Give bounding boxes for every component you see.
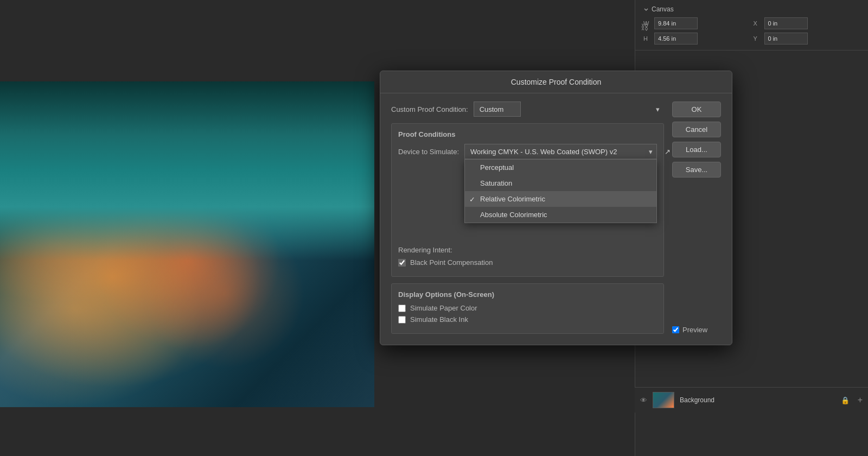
proof-conditions-label: Proof Conditions xyxy=(398,130,657,138)
proof-conditions-section: Proof Conditions Device to Simulate: Wor… xyxy=(391,123,664,277)
simulate-paper-row: Simulate Paper Color xyxy=(398,304,657,312)
absolute-colorimetric-label: Absolute Colorimetric xyxy=(480,211,547,219)
display-options-section: Display Options (On-Screen) Simulate Pap… xyxy=(391,283,664,334)
canvas-header: Canvas xyxy=(643,5,860,13)
preview-label: Preview xyxy=(682,326,707,334)
simulate-paper-label: Simulate Paper Color xyxy=(410,304,477,312)
black-point-checkbox[interactable] xyxy=(398,259,406,267)
eye-icon[interactable]: 👁 xyxy=(640,396,647,404)
x-input[interactable] xyxy=(764,17,808,29)
display-options-label: Display Options (On-Screen) xyxy=(398,290,657,299)
black-point-row: Black Point Compensation xyxy=(398,258,657,267)
perceptual-label: Perceptual xyxy=(480,163,514,172)
y-row: Y xyxy=(754,33,860,45)
height-input[interactable] xyxy=(654,33,698,45)
customize-proof-dialog: Customize Proof Condition Custom Proof C… xyxy=(380,71,732,345)
save-button[interactable]: Save... xyxy=(672,162,721,178)
rendering-intent-row: Rendering Intent: xyxy=(398,246,657,254)
dialog-buttons: OK Cancel Load... Save... Preview xyxy=(672,102,721,334)
preview-checkbox[interactable] xyxy=(672,326,679,333)
width-input[interactable] xyxy=(654,17,698,29)
proof-condition-row: Custom Proof Condition: Custom xyxy=(391,102,664,117)
relative-colorimetric-label: Relative Colorimetric xyxy=(480,195,545,203)
simulate-ink-label: Simulate Black Ink xyxy=(410,315,468,324)
simulate-ink-row: Simulate Black Ink xyxy=(398,315,657,324)
rendering-intent-dropdown: Perceptual Saturation ✓ Relative Colorim… xyxy=(464,159,657,223)
checkmark-icon: ✓ xyxy=(469,195,475,203)
y-label: Y xyxy=(754,35,762,42)
device-select-wrapper: Working CMYK - U.S. Web Coated (SWOP) v2… xyxy=(464,144,657,159)
preview-row: Preview xyxy=(672,326,721,334)
device-row: Device to Simulate: Working CMYK - U.S. … xyxy=(398,144,657,159)
saturation-label: Saturation xyxy=(480,179,512,187)
link-icon[interactable]: ⛓ xyxy=(641,23,648,31)
y-input[interactable] xyxy=(764,33,808,45)
dropdown-item-perceptual[interactable]: Perceptual xyxy=(465,160,656,175)
dropdown-item-relative-colorimetric[interactable]: ✓ Relative Colorimetric xyxy=(465,191,656,207)
width-row: W xyxy=(643,17,750,29)
rendering-intent-label: Rendering Intent: xyxy=(398,246,452,254)
photo-background xyxy=(0,81,374,407)
mouse-cursor: ↗ xyxy=(665,148,671,156)
dialog-title: Customize Proof Condition xyxy=(380,71,732,93)
height-label: H xyxy=(643,35,652,42)
height-row: H xyxy=(643,33,750,45)
dropdown-item-absolute-colorimetric[interactable]: Absolute Colorimetric xyxy=(465,207,656,223)
x-row: X xyxy=(754,17,860,29)
device-select[interactable]: Working CMYK - U.S. Web Coated (SWOP) v2 xyxy=(464,144,657,159)
device-label: Device to Simulate: xyxy=(398,148,459,156)
dialog-body: Custom Proof Condition: Custom Proof Con… xyxy=(380,93,732,345)
ok-button[interactable]: OK xyxy=(672,102,721,117)
add-layer-button[interactable]: + xyxy=(858,395,863,405)
layer-thumbnail xyxy=(653,392,674,408)
canvas-fields: W X H Y xyxy=(643,17,860,45)
layer-name: Background xyxy=(680,396,714,404)
proof-condition-label: Custom Proof Condition: xyxy=(391,105,468,113)
cancel-button[interactable]: Cancel xyxy=(672,122,721,137)
lock-icon: 🔒 xyxy=(841,396,850,404)
x-label: X xyxy=(754,20,762,27)
simulate-ink-checkbox[interactable] xyxy=(398,316,406,324)
proof-condition-select[interactable]: Custom xyxy=(474,102,521,117)
canvas-section-label: Canvas xyxy=(652,5,674,13)
black-point-label: Black Point Compensation xyxy=(410,258,493,267)
canvas-panel: Canvas W X H Y xyxy=(635,0,868,50)
collapse-icon[interactable] xyxy=(643,7,649,12)
simulate-paper-checkbox[interactable] xyxy=(398,305,406,312)
layers-panel: 👁 Background 🔒 + xyxy=(635,387,868,413)
proof-condition-select-wrapper: Custom xyxy=(474,102,664,117)
dropdown-item-saturation[interactable]: Saturation xyxy=(465,175,656,191)
load-button[interactable]: Load... xyxy=(672,142,721,157)
dialog-main-content: Custom Proof Condition: Custom Proof Con… xyxy=(391,102,664,334)
